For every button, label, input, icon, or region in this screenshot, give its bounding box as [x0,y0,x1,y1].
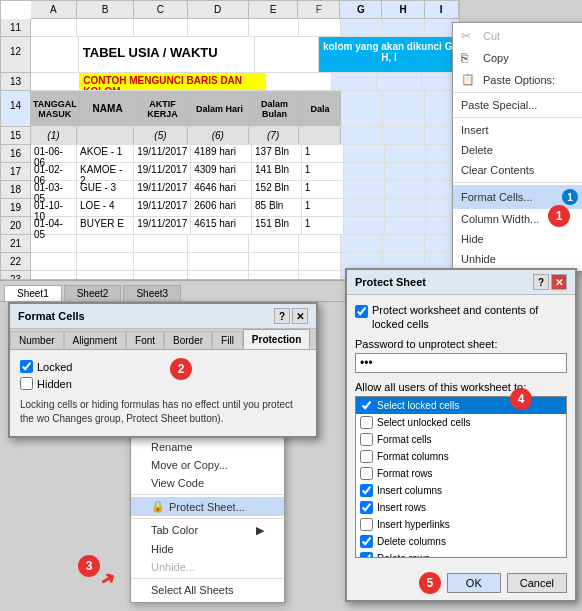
col-header-h[interactable]: H [382,1,424,18]
data-cell: 19/11/2017 [134,217,191,234]
tab-protection[interactable]: Protection [243,329,310,349]
format-cells-note: Locking cells or hiding formulas has no … [20,398,306,426]
sheet-menu-protect[interactable]: 🔒 Protect Sheet... [131,497,284,516]
row-15: 15 [1,127,30,145]
locked-checkbox[interactable] [20,360,33,373]
header-aktif: AKTIF KERJA [137,91,190,126]
col-header-a[interactable]: A [31,1,77,18]
list-item-insert-hyperlinks[interactable]: Insert hyperlinks [356,516,566,533]
protect-cancel-button[interactable]: Cancel [507,573,567,593]
hidden-checkbox[interactable] [20,377,33,390]
menu-item-delete[interactable]: Delete [453,140,582,160]
list-item-select-unlocked[interactable]: Select unlocked cells [356,414,566,431]
list-item-format-cells[interactable]: Format cells [356,431,566,448]
list-item-insert-rows[interactable]: Insert rows [356,499,566,516]
menu-item-hide[interactable]: Hide [453,229,582,249]
list-item-delete-columns[interactable]: Delete columns [356,533,566,550]
protect-worksheet-label: Protect worksheet and contents of locked… [372,303,567,332]
list-item-delete-rows[interactable]: Delete rows [356,550,566,558]
col-header-i[interactable]: I [425,1,459,18]
sheet-tab-1[interactable]: Sheet1 [4,285,62,301]
hidden-label: Hidden [37,378,72,390]
sheet-menu-hide[interactable]: Hide [131,540,284,558]
sheet-menu-tab-color[interactable]: Tab Color ▶ [131,521,284,540]
protect-worksheet-checkbox[interactable] [355,305,368,318]
tab-fill[interactable]: Fill [212,331,243,349]
data-cell: 152 Bln [252,181,302,198]
row-16: 16 [1,145,30,163]
sheet-menu-select-all[interactable]: Select All Sheets [131,581,284,599]
data-cell: KAMOE - 2 [77,163,134,180]
data-cell: 1 [302,181,344,198]
paste-icon: 📋 [461,73,477,86]
protect-permissions-list[interactable]: Select locked cells Select unlocked cell… [355,396,567,558]
col-header-g[interactable]: G [340,1,382,18]
list-item-format-rows[interactable]: Format rows [356,465,566,482]
data-cell: 141 Bln [252,163,302,180]
data-cell: 4309 hari [191,163,252,180]
protect-password-label: Password to unprotect sheet: [355,338,567,350]
row-14: 14 [1,91,30,127]
tab-alignment[interactable]: Alignment [64,331,126,349]
subnum-1: (1) [31,127,77,144]
protect-sheet-buttons: 5 OK Cancel [347,566,575,600]
menu-item-cut[interactable]: ✂ Cut [453,25,582,47]
format-cells-tabs: Number Alignment Font Border Fill Protec… [10,329,316,350]
menu-item-unhide[interactable]: Unhide [453,249,582,269]
row-12: 12 [1,37,30,73]
col-header-c[interactable]: C [134,1,187,18]
menu-item-paste-options[interactable]: 📋 Paste Options: [453,69,582,90]
col-header-e[interactable]: E [249,1,299,18]
format-cells-dialog: Format Cells ? ✕ Number Alignment Font B… [8,302,318,438]
data-cell: 4646 hari [191,181,252,198]
col-header-b[interactable]: B [77,1,134,18]
subnum-7: (7) [249,127,299,144]
menu-item-clear-contents[interactable]: Clear Contents [453,160,582,180]
protect-password-input[interactable] [355,353,567,373]
list-item-insert-columns[interactable]: Insert columns [356,482,566,499]
data-cell: 4189 hari [191,145,252,162]
sheet-tab-3[interactable]: Sheet3 [123,285,181,301]
data-cell: 01-02-06 [31,163,77,180]
list-item-select-locked[interactable]: Select locked cells [356,397,566,414]
protect-ok-button[interactable]: OK [447,573,501,593]
copy-icon: ⎘ [461,51,477,65]
sheet-menu-view-code[interactable]: View Code [131,474,284,492]
protect-sheet-dialog: Protect Sheet ? ✕ Protect worksheet and … [345,268,577,602]
protect-close-icon[interactable]: ✕ [551,274,567,290]
data-cell: BUYER E [77,217,134,234]
tab-border[interactable]: Border [164,331,212,349]
menu-item-insert[interactable]: Insert [453,120,582,140]
data-cell: AKOE - 1 [77,145,134,162]
data-cell: 19/11/2017 [134,199,191,216]
sheet-menu-rename[interactable]: Rename [131,438,284,456]
header-tanggal: TANGGAL MASUK [31,91,80,126]
row-19: 19 [1,199,30,217]
arrow-3: ➜ [96,566,120,593]
sheet-menu-unhide[interactable]: Unhide... [131,558,284,576]
badge-4: 4 [510,388,532,410]
subnum-5: (5) [134,127,188,144]
sheet-menu-move-copy[interactable]: Move or Copy... [131,456,284,474]
format-cells-close-icon[interactable]: ✕ [292,308,308,324]
menu-item-paste-special[interactable]: Paste Special... [453,95,582,115]
col-header-f[interactable]: F [298,1,340,18]
format-cells-help-icon[interactable]: ? [274,308,290,324]
data-cell: 01-06-06 [31,145,77,162]
data-cell: 19/11/2017 [134,145,191,162]
row-17: 17 [1,163,30,181]
header-hari: Dalam Hari [190,91,251,126]
tab-font[interactable]: Font [126,331,164,349]
col-header-d[interactable]: D [188,1,249,18]
data-cell: 1 [302,217,344,234]
data-cell: 19/11/2017 [134,163,191,180]
data-cell: 4615 hari [191,217,252,234]
protect-help-icon[interactable]: ? [533,274,549,290]
subtitle-cell: CONTOH MENGUNCI BARIS DAN KOLOM [80,73,266,90]
row-13: 13 [1,73,30,91]
list-item-format-columns[interactable]: Format columns [356,448,566,465]
sheet-tab-2[interactable]: Sheet2 [64,285,122,301]
format-cells-body: Locked Hidden Locking cells or hiding fo… [10,350,316,436]
tab-number[interactable]: Number [10,331,64,349]
menu-item-copy[interactable]: ⎘ Copy [453,47,582,69]
